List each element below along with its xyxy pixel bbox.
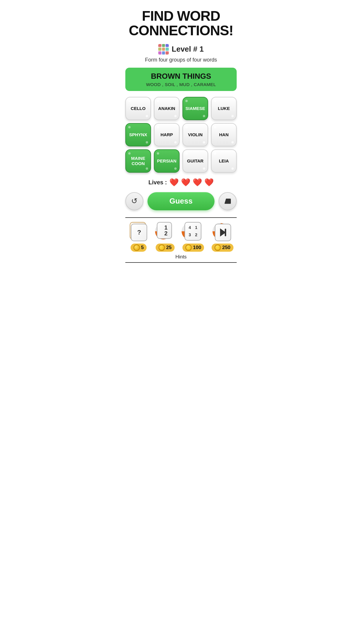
- hint-skip[interactable]: ⭐ 250: [212, 222, 233, 252]
- grid-cell: [166, 51, 169, 55]
- grid-cell: [166, 44, 169, 47]
- tile-dot-tl: [214, 152, 216, 155]
- hint-skip-icon: [212, 222, 232, 242]
- hint-swap-price: 25: [166, 245, 172, 251]
- tile-dot-br: [203, 141, 205, 144]
- hint-reveal-price: 100: [193, 245, 201, 251]
- word-tile-leia[interactable]: LEIA: [211, 149, 237, 173]
- heart-1: ❤️: [169, 178, 179, 187]
- grid-cell: [162, 51, 165, 55]
- tile-dot-tl: [128, 126, 131, 128]
- eraser-button[interactable]: [219, 192, 237, 210]
- hint-swap-card: 1 2: [157, 222, 172, 239]
- word-tile-sphynx[interactable]: SPHYNX: [125, 123, 151, 146]
- word-tile-siamese[interactable]: SIAMESE: [182, 97, 208, 120]
- level-row: Level # 1: [158, 44, 204, 55]
- title-line2: CONNECTIONS!: [129, 23, 233, 38]
- grid-cell: [162, 44, 165, 47]
- hint-question-icon: ?: [129, 222, 148, 242]
- tile-dot-tl: [185, 100, 188, 102]
- main-title: FIND WORD CONNECTIONS!: [129, 9, 233, 38]
- tile-text-cello: CELLO: [131, 106, 146, 111]
- tile-text-persian: PERSIAN: [157, 158, 177, 164]
- tile-dot-br: [231, 167, 234, 170]
- skip-bar-icon: [225, 229, 226, 236]
- tile-dot-tl: [128, 152, 131, 155]
- hint-reveal-cost: ⭐ 100: [182, 244, 204, 252]
- grid-cell: [158, 48, 161, 51]
- tile-text-sphynx: SPHYNX: [129, 132, 147, 137]
- lives-row: Lives : ❤️ ❤️ ❤️ ❤️: [148, 178, 213, 187]
- tile-text-violin: VIOLIN: [188, 132, 203, 137]
- word-tile-anakin[interactable]: ANAKIN: [154, 97, 180, 120]
- hint-skip-price: 250: [222, 245, 230, 251]
- subtitle: Form four groups of four words: [145, 57, 217, 63]
- word-tile-guitar[interactable]: GUITAR: [182, 149, 208, 173]
- heart-4: ❤️: [204, 178, 214, 187]
- hint-question-cost: 5: [131, 244, 147, 252]
- heart-3: ❤️: [193, 178, 202, 187]
- coin-star-icon: ⭐: [159, 244, 165, 251]
- category-words: WOOD , SOIL , MUD , CARAMEL: [131, 82, 231, 87]
- guess-button[interactable]: Guess: [147, 192, 215, 210]
- word-tile-maine-coon[interactable]: MAINE COON: [125, 149, 151, 173]
- tile-text-leia: LEIA: [219, 158, 229, 164]
- lives-label: Lives :: [148, 179, 167, 186]
- tile-dot-br: [231, 141, 234, 144]
- tile-text-siamese: SIAMESE: [185, 106, 205, 111]
- tile-dot-br: [203, 115, 205, 117]
- tile-dot-br: [146, 167, 148, 170]
- word-tile-persian[interactable]: PERSIAN: [154, 149, 180, 173]
- tile-dot-tl: [214, 126, 216, 128]
- hint-question-price: 5: [141, 245, 144, 251]
- hints-row: ? 5 1 2: [125, 222, 237, 252]
- word-tile-violin[interactable]: VIOLIN: [182, 123, 208, 146]
- word-tile-luke[interactable]: LUKE: [211, 97, 237, 120]
- tile-dot-br: [174, 167, 177, 170]
- tile-dot-tl: [157, 100, 159, 102]
- hints-section: ? 5 1 2: [125, 217, 237, 263]
- title-line1: FIND WORD: [142, 8, 220, 24]
- hint-reveal[interactable]: 4 1 3 2 ⭐ 100: [182, 222, 205, 252]
- hint-card-front: ?: [131, 224, 147, 241]
- tile-text-harp: HARP: [161, 132, 173, 137]
- action-row: ↺ Guess: [125, 192, 237, 210]
- word-tile-han[interactable]: HAN: [211, 123, 237, 146]
- hint-swap-cost: ⭐ 25: [156, 244, 175, 252]
- hint-swap[interactable]: 1 2 ⭐ 25: [155, 222, 175, 252]
- category-title: BROWN THINGS: [131, 72, 231, 81]
- tile-text-guitar: GUITAR: [187, 158, 203, 164]
- hint-skip-card: [215, 224, 231, 241]
- tile-text-han: HAN: [219, 132, 229, 137]
- coin-star-icon3: ⭐: [215, 244, 221, 251]
- tile-dot-br: [231, 115, 234, 117]
- heart-2: ❤️: [181, 178, 190, 187]
- tile-text-maine-coon: MAINE COON: [127, 156, 149, 166]
- tile-dot-br: [146, 115, 148, 117]
- word-grid: CELLOANAKINSIAMESELUKESPHYNXHARPVIOLINHA…: [125, 97, 237, 173]
- hint-reveal-icon: 4 1 3 2: [182, 222, 205, 242]
- tile-dot-tl: [185, 126, 188, 128]
- grid-cell: [158, 51, 161, 55]
- tile-dot-tl: [157, 126, 159, 128]
- category-banner: BROWN THINGS WOOD , SOIL , MUD , CARAMEL: [125, 68, 237, 91]
- tile-dot-tl: [157, 152, 159, 155]
- tile-dot-br: [174, 141, 177, 144]
- coin-icon: [133, 244, 140, 251]
- tile-dot-br: [174, 115, 177, 117]
- tile-dot-br: [146, 141, 148, 144]
- hint-swap-icon: 1 2: [155, 222, 175, 242]
- grid-cell: [158, 44, 161, 47]
- tile-dot-tl: [185, 152, 188, 155]
- grid-icon: [158, 44, 169, 55]
- word-tile-harp[interactable]: HARP: [154, 123, 180, 146]
- word-tile-cello[interactable]: CELLO: [125, 97, 151, 120]
- hint-question[interactable]: ? 5: [129, 222, 148, 252]
- page-container: FIND WORD CONNECTIONS! Level # 1 Form fo…: [121, 0, 241, 269]
- level-text: Level # 1: [172, 45, 204, 54]
- refresh-button[interactable]: ↺: [125, 192, 143, 210]
- hint-skip-cost: ⭐ 250: [212, 244, 233, 252]
- tile-dot-tl: [214, 100, 216, 102]
- tile-text-luke: LUKE: [218, 106, 230, 111]
- hints-footer-label: Hints: [125, 254, 237, 260]
